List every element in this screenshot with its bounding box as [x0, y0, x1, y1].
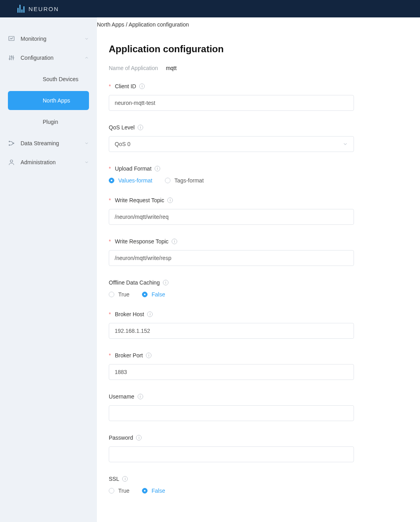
- logo-mark-icon: [17, 5, 25, 13]
- sidebar-item-north-apps[interactable]: North Apps: [8, 91, 89, 110]
- field-username: Username i: [109, 393, 354, 421]
- username-input[interactable]: [109, 405, 354, 421]
- breadcrumb-root[interactable]: North Apps: [97, 21, 124, 28]
- info-icon[interactable]: i: [136, 435, 142, 440]
- password-input[interactable]: [109, 446, 354, 462]
- app-name-label: Name of Application: [109, 65, 158, 71]
- write-response-input[interactable]: [109, 250, 354, 266]
- info-icon[interactable]: i: [138, 125, 143, 130]
- svg-point-2: [11, 56, 12, 57]
- field-label-text: Offline Data Caching: [109, 279, 160, 286]
- radio-cache-true[interactable]: True: [109, 291, 129, 298]
- info-icon[interactable]: i: [138, 394, 143, 399]
- required-mark: *: [109, 352, 111, 359]
- app-name-value: mqtt: [166, 65, 176, 71]
- chevron-down-icon: [84, 36, 89, 41]
- required-mark: *: [109, 165, 111, 172]
- breadcrumb: North Apps / Application configuration: [97, 17, 420, 32]
- write-request-input[interactable]: [109, 209, 354, 225]
- field-write-response-topic: * Write Response Topic i: [109, 238, 354, 266]
- qos-select[interactable]: QoS 0: [109, 136, 354, 152]
- info-icon[interactable]: i: [172, 239, 177, 244]
- radio-icon: [142, 488, 148, 494]
- sidebar-item-label: North Apps: [43, 97, 70, 104]
- field-broker-host: * Broker Host i: [109, 311, 354, 339]
- field-label-text: SSL: [109, 476, 119, 482]
- info-icon[interactable]: i: [147, 311, 153, 317]
- field-label-text: Upload Format: [115, 165, 151, 172]
- required-mark: *: [109, 238, 111, 245]
- svg-point-7: [10, 160, 13, 162]
- required-mark: *: [109, 83, 111, 89]
- field-label-text: Client ID: [115, 83, 136, 89]
- app-name-row: Name of Application mqtt: [109, 65, 408, 71]
- svg-point-5: [9, 144, 10, 145]
- radio-label: True: [118, 488, 129, 494]
- sidebar: Monitoring Configuration South Devices N…: [0, 17, 97, 522]
- radio-ssl-false[interactable]: False: [142, 488, 165, 494]
- radio-tags-format[interactable]: Tags-format: [165, 177, 204, 184]
- chevron-down-icon: [84, 141, 89, 146]
- radio-values-format[interactable]: Values-format: [109, 177, 152, 184]
- radio-label: True: [118, 291, 129, 298]
- field-upload-format: * Upload Format i Values-format Tags-for…: [109, 165, 354, 184]
- config-panel: Application configuration Name of Applic…: [97, 32, 420, 522]
- info-icon[interactable]: i: [167, 197, 173, 203]
- field-label-text: Password: [109, 435, 133, 441]
- radio-cache-false[interactable]: False: [142, 291, 165, 298]
- sliders-icon: [8, 54, 15, 61]
- chevron-down-icon: [342, 141, 348, 147]
- field-write-request-topic: * Write Request Topic i: [109, 197, 354, 225]
- select-value: QoS 0: [115, 141, 131, 147]
- sidebar-item-south-devices[interactable]: South Devices: [8, 70, 89, 89]
- info-icon[interactable]: i: [155, 166, 160, 171]
- broker-host-input[interactable]: [109, 323, 354, 339]
- required-mark: *: [109, 197, 111, 203]
- brand-logo[interactable]: NEURON: [17, 5, 59, 13]
- required-mark: *: [109, 311, 111, 317]
- field-offline-cache: Offline Data Caching i True False: [109, 279, 354, 298]
- field-qos: QoS Level i QoS 0: [109, 124, 354, 152]
- monitor-icon: [8, 35, 15, 42]
- sidebar-group-monitoring[interactable]: Monitoring: [0, 29, 97, 48]
- brand-name: NEURON: [28, 6, 59, 12]
- field-label-text: QoS Level: [109, 124, 134, 131]
- sidebar-group-administration[interactable]: Administration: [0, 153, 97, 172]
- broker-port-input[interactable]: [109, 364, 354, 380]
- radio-icon: [109, 178, 114, 183]
- app-header: NEURON: [0, 0, 420, 17]
- field-client-id: * Client ID i: [109, 83, 354, 111]
- svg-point-1: [9, 59, 10, 60]
- svg-point-4: [9, 141, 10, 142]
- radio-ssl-true[interactable]: True: [109, 488, 129, 494]
- radio-label: False: [151, 291, 165, 298]
- info-icon[interactable]: i: [139, 84, 145, 89]
- sidebar-group-data-streaming[interactable]: Data Streaming: [0, 134, 97, 153]
- info-icon[interactable]: i: [163, 280, 168, 285]
- field-label-text: Username: [109, 393, 134, 400]
- radio-icon: [109, 488, 114, 494]
- sidebar-item-label: Plugin: [43, 119, 58, 125]
- client-id-input[interactable]: [109, 95, 354, 111]
- sidebar-item-plugin[interactable]: Plugin: [8, 112, 89, 131]
- chevron-down-icon: [84, 160, 89, 165]
- content: North Apps / Application configuration A…: [97, 17, 420, 522]
- user-icon: [8, 159, 15, 166]
- sidebar-group-configuration[interactable]: Configuration: [0, 48, 97, 67]
- sidebar-group-label: Monitoring: [21, 36, 46, 42]
- sidebar-item-label: South Devices: [43, 76, 78, 82]
- radio-icon: [142, 292, 148, 297]
- field-label-text: Broker Port: [115, 352, 143, 359]
- radio-label: False: [151, 488, 165, 494]
- sidebar-group-label: Data Streaming: [21, 140, 59, 146]
- breadcrumb-separator: /: [126, 21, 127, 28]
- field-password: Password i: [109, 435, 354, 462]
- radio-label: Values-format: [118, 177, 152, 184]
- info-icon[interactable]: i: [146, 353, 151, 358]
- radio-icon: [165, 178, 170, 183]
- field-ssl: SSL i True False: [109, 476, 354, 494]
- radio-label: Tags-format: [174, 177, 204, 184]
- info-icon[interactable]: i: [122, 476, 128, 482]
- svg-point-3: [13, 57, 14, 59]
- field-broker-port: * Broker Port i: [109, 352, 354, 380]
